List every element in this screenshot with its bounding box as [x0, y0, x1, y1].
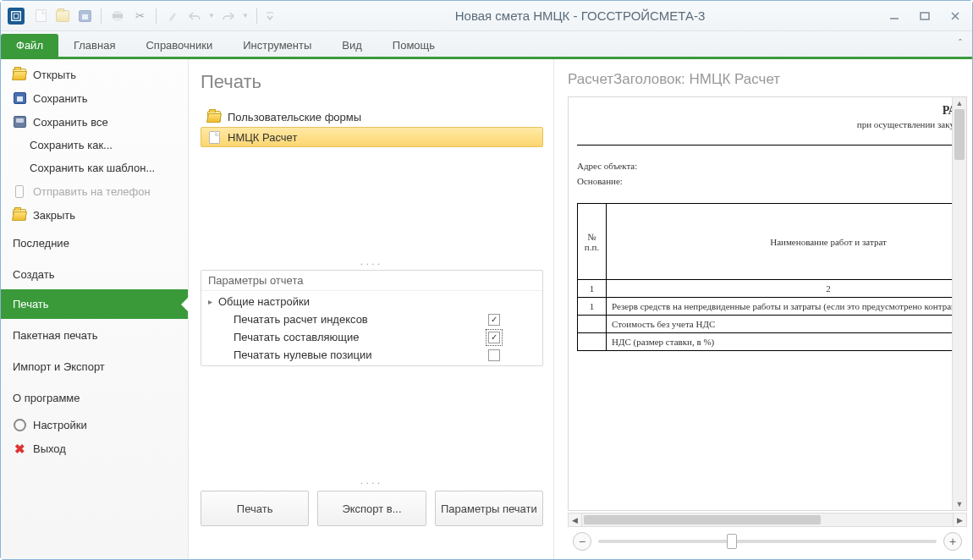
nav-save-as-template-label: Сохранить как шаблон...: [30, 162, 155, 174]
horizontal-scroll-track[interactable]: [582, 513, 953, 527]
nav-print[interactable]: Печать: [1, 289, 188, 319]
tab-help[interactable]: Помощь: [377, 34, 450, 57]
scroll-right-icon[interactable]: ▶: [953, 513, 967, 527]
nav-settings[interactable]: Настройки: [1, 413, 188, 436]
svg-rect-1: [14, 14, 18, 18]
nav-close[interactable]: Закрыть: [1, 203, 188, 227]
app-icon: [8, 8, 25, 25]
caret-icon: ▸: [208, 297, 218, 306]
qat-save-icon[interactable]: [75, 7, 94, 25]
qat-undo-icon[interactable]: [185, 7, 204, 25]
maximize-button[interactable]: [915, 8, 935, 25]
splitter-top[interactable]: ....: [201, 257, 543, 266]
print-button[interactable]: Печать: [201, 491, 309, 526]
svg-rect-4: [114, 18, 121, 21]
param-print-components[interactable]: Печатать составляющие ✓: [201, 328, 542, 346]
zoom-out-button[interactable]: −: [573, 532, 591, 551]
doc-icon: [207, 130, 221, 144]
report-params: Параметры отчета ▸ Общие настройки Печат…: [201, 270, 543, 366]
print-button-label: Печать: [237, 502, 273, 515]
splitter-bottom[interactable]: ....: [201, 476, 543, 486]
nav-about[interactable]: О программе: [1, 382, 188, 413]
phone-icon: [13, 184, 26, 198]
tab-references[interactable]: Справочники: [130, 34, 228, 57]
nav-recent-label: Последние: [13, 237, 69, 250]
zoom-control: − +: [568, 532, 967, 554]
qat-cut-icon[interactable]: ✂: [130, 7, 149, 25]
zoom-slider-handle[interactable]: [727, 534, 737, 549]
nav-save[interactable]: Сохранить: [1, 86, 188, 110]
param-print-indexes[interactable]: Печатать расчет индексов ✓: [201, 310, 542, 328]
backstage-nav: Открыть Сохранить Сохранить все Сохранит…: [1, 59, 189, 559]
tab-view[interactable]: Вид: [327, 34, 377, 57]
qat-brush-icon[interactable]: [163, 7, 182, 25]
print-params-button[interactable]: Параметры печати: [435, 491, 543, 526]
row2-text: Стоимость без учета НДС: [607, 316, 968, 333]
doc-title: РАСЧЕТ НАЧАЛЬН: [577, 104, 967, 118]
tree-selected-form-label: НМЦК Расчет: [228, 131, 297, 144]
save-all-icon: [13, 115, 26, 129]
row3-text: НДС (размер ставки, в %): [607, 333, 968, 351]
preview-document: РАСЧЕТ НАЧАЛЬН при осуществлении закупок…: [577, 104, 967, 351]
panel-title: Печать: [201, 71, 543, 93]
params-general[interactable]: ▸ Общие настройки: [201, 293, 542, 310]
qat-undo-dropdown-icon[interactable]: ▼: [207, 7, 216, 25]
horizontal-scroll-thumb[interactable]: [584, 515, 821, 524]
nav-print-label: Печать: [13, 298, 49, 310]
nav-recent[interactable]: Последние: [1, 227, 188, 258]
qat-redo-icon[interactable]: [219, 7, 238, 25]
nav-batch-print[interactable]: Пакетная печать: [1, 319, 188, 350]
minimize-button[interactable]: [884, 8, 904, 25]
horizontal-scrollbar[interactable]: ◀ ▶: [568, 513, 967, 527]
tree-user-forms[interactable]: Пользовательские формы: [201, 107, 543, 127]
nav-save-as-template[interactable]: Сохранить как шаблон...: [1, 156, 188, 179]
tab-home[interactable]: Главная: [58, 34, 130, 57]
preview-header: РасчетЗаголовок: НМЦК Расчет: [568, 71, 967, 88]
tab-file[interactable]: Файл: [1, 34, 58, 57]
scroll-left-icon[interactable]: ◀: [568, 513, 582, 527]
zoom-slider-track[interactable]: [598, 540, 937, 543]
export-button[interactable]: Экспорт в...: [317, 491, 426, 526]
nav-open[interactable]: Открыть: [1, 63, 188, 86]
nav-save-as[interactable]: Сохранить как...: [1, 134, 188, 156]
doc-basis-label: Основание:: [577, 176, 967, 186]
qat-print-icon[interactable]: [108, 7, 127, 25]
ribbon-collapse-icon[interactable]: ˆ: [959, 38, 962, 50]
params-header: Параметры отчета: [201, 271, 542, 291]
qat-customize-icon[interactable]: [264, 7, 276, 25]
svg-rect-7: [921, 13, 929, 19]
checkbox-print-zero[interactable]: [488, 349, 500, 361]
nav-import-export[interactable]: Импорт и Экспорт: [1, 350, 188, 382]
nav-exit[interactable]: ✖ Выход: [1, 436, 188, 460]
scroll-up-icon[interactable]: ▲: [953, 97, 966, 109]
col-num-2: 2: [607, 280, 968, 298]
tree-user-forms-label: Пользовательские формы: [228, 111, 361, 124]
checkbox-print-components[interactable]: ✓: [488, 332, 500, 343]
qat-open-icon[interactable]: [53, 7, 72, 25]
param-print-zero[interactable]: Печатать нулевые позиции: [201, 346, 542, 364]
vertical-scroll-thumb[interactable]: [954, 109, 965, 160]
nav-save-all[interactable]: Сохранить все: [1, 110, 188, 134]
doc-table: № п.п. Наименование работ и затрат 1 2 1…: [577, 203, 967, 351]
scroll-down-icon[interactable]: ▼: [953, 498, 966, 510]
nav-create-label: Создать: [13, 268, 54, 281]
qat-redo-dropdown-icon[interactable]: ▼: [241, 7, 250, 25]
svg-rect-0: [12, 11, 21, 20]
nav-create[interactable]: Создать: [1, 258, 188, 289]
folder-close-icon: [13, 208, 26, 222]
folder-open-icon: [13, 68, 26, 81]
param-print-components-label: Печатать составляющие: [234, 331, 488, 343]
nav-batch-print-label: Пакетная печать: [13, 329, 98, 342]
zoom-in-button[interactable]: +: [943, 532, 962, 551]
qat-new-icon[interactable]: [31, 7, 50, 25]
close-button[interactable]: [945, 8, 965, 25]
nav-open-label: Открыть: [33, 69, 76, 81]
preview-viewport[interactable]: РАСЧЕТ НАЧАЛЬН при осуществлении закупок…: [568, 96, 967, 511]
vertical-scrollbar[interactable]: ▲ ▼: [952, 97, 966, 510]
tab-tools[interactable]: Инструменты: [228, 34, 327, 57]
nav-settings-label: Настройки: [33, 419, 87, 431]
checkbox-print-indexes[interactable]: ✓: [488, 314, 500, 326]
tree-selected-form[interactable]: НМЦК Расчет: [201, 127, 543, 147]
svg-rect-3: [114, 11, 121, 14]
doc-address-label: Адрес объекта:: [577, 161, 967, 171]
